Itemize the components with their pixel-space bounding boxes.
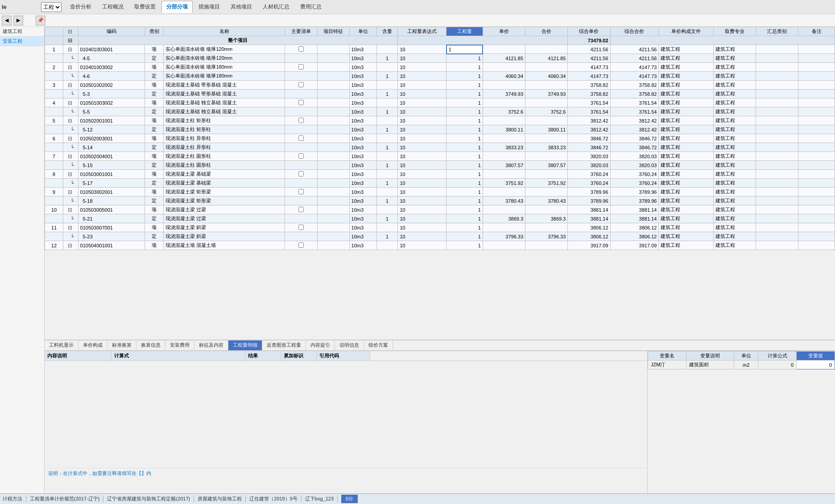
- nav-fee-summary[interactable]: 费用汇总: [295, 1, 327, 13]
- checkbox-main-list[interactable]: [298, 135, 304, 141]
- nav-section-items[interactable]: 分部分项: [161, 1, 193, 13]
- col-name: 名称: [164, 27, 285, 36]
- tab-qty-desc[interactable]: 工程量明细: [228, 340, 262, 350]
- table-row: 6 ⊟ 010502003001 项 现浇混凝土柱 异形柱 10m3 10 1: [45, 134, 835, 143]
- header-formula: 计算式: [112, 351, 245, 361]
- col-content: 含量: [376, 27, 398, 36]
- header-ref-code: 引用代码: [317, 351, 370, 361]
- var-col-name: 变量名: [648, 352, 686, 361]
- var-col-value: 变量值: [797, 352, 835, 361]
- var-col-desc: 变量说明: [686, 352, 734, 361]
- status-policy: 辽住建管（2019）9号: [249, 496, 302, 502]
- main-table-container[interactable]: ⊟ 编码 类别 名称 主要清单 项目特征 单位 含量 工程量表达式 工程量 单价…: [45, 27, 835, 340]
- main-table: ⊟ 编码 类别 名称 主要清单 项目特征 单位 含量 工程量表达式 工程量 单价…: [45, 27, 835, 250]
- sidebar-item-active[interactable]: 安装工程: [0, 37, 44, 46]
- qty-input-cell[interactable]: 1: [446, 45, 483, 54]
- col-type: 类别: [145, 27, 164, 36]
- col-feature: 项目特征: [317, 27, 349, 36]
- status-quota: 辽宁省房屋建筑与装饰工程定额(2017): [107, 496, 194, 502]
- status-project-type: 房屋建筑与装饰工程: [198, 496, 246, 502]
- table-row: └ 5-3 定 现浇混凝土基础 带形基础 混凝土 10m3 1 10 1 374…: [45, 90, 835, 98]
- tab-standard-swap[interactable]: 标准换算: [107, 340, 136, 350]
- col-composite-total: 综合合价: [610, 27, 659, 36]
- header-cumulative: 累加标识: [281, 351, 317, 361]
- bottom-left-scroll[interactable]: [45, 361, 647, 468]
- nav-measure-items[interactable]: 措施项目: [194, 1, 225, 13]
- nav-cost-analysis[interactable]: 造价分析: [65, 1, 96, 13]
- checkbox-main-list[interactable]: [298, 242, 304, 248]
- table-row: 3 ⊟ 010501002002 项 现浇混凝土基础 带形基础 混凝土 10m3…: [45, 81, 835, 90]
- checkbox-main-list[interactable]: [298, 171, 304, 176]
- col-collapse: ⊟: [63, 27, 78, 36]
- checkbox-main-list[interactable]: [298, 118, 304, 123]
- col-unit-price: 单价: [483, 27, 525, 36]
- cell-total-label: 整个项目: [78, 36, 398, 45]
- nav-project-overview[interactable]: 工程概况: [97, 1, 128, 13]
- table-row: └ 5-18 定 现浇混凝土梁 矩形梁 10m3 1 10 1 3780.43 …: [45, 197, 835, 205]
- bottom-left-header: 内容说明 计算式 结果 累加标识 引用代码: [45, 351, 647, 361]
- toolbar-btn-1[interactable]: ◀: [2, 16, 12, 25]
- tab-notes[interactable]: 说明信息: [335, 340, 364, 350]
- tab-unit-composition[interactable]: 单价构成: [79, 340, 107, 350]
- table-row: 9 ⊟ 010503002001 项 现浇混凝土梁 矩形梁 10m3 10 1: [45, 188, 835, 197]
- table-row: 1 ⊟ 010401003001 项 实心单面清水砖墙 墙厚120mm 10m3…: [45, 45, 835, 54]
- table-row: └ 5-12 定 现浇混凝土柱 矩形柱 10m3 1 10 1 3800.11 …: [45, 125, 835, 134]
- table-row: └ 5-21 定 现浇混凝土梁 过梁 10m3 1 10 1 3869.3 38…: [45, 214, 835, 223]
- checkbox-main-list[interactable]: [298, 100, 304, 105]
- toolbar-btn-2[interactable]: ▶: [13, 16, 23, 25]
- bottom-panel-right: 变量名 变量说明 单位 计算公式 变量值 JZM汀 建筑面积 m2 0: [648, 351, 835, 493]
- col-fee-type: 取费专业: [713, 27, 756, 36]
- cell-collapse[interactable]: ⊟: [63, 36, 78, 45]
- tab-content-guide[interactable]: 内容提引: [306, 340, 335, 350]
- checkbox-main-list[interactable]: [298, 225, 304, 230]
- table-row: 2 ⊟ 010401003002 项 实心单面清水砖墙 墙厚180mm 10m3…: [45, 63, 835, 72]
- toolbar-pin[interactable]: 📌: [36, 16, 45, 25]
- checkbox-main-list[interactable]: [298, 64, 304, 70]
- status-bar: 计税方法 工程量清单计价规范(2017-辽宁) 辽宁省房屋建筑与装饰工程定额(2…: [0, 493, 835, 504]
- cell-seq: [45, 36, 63, 45]
- status-tax: 计税方法: [3, 496, 26, 502]
- header-result: 结果: [245, 351, 281, 361]
- table-row: └ 4-6 定 实心单面清水砖墙 墙厚180mm 10m3 1 10 1 406…: [45, 72, 835, 81]
- project-dropdown[interactable]: 工程: [41, 2, 62, 12]
- var-table-row: JZM汀 建筑面积 m2 0 0: [648, 361, 835, 369]
- col-summary-type: 汇总类别: [756, 27, 798, 36]
- nav-labor-materials[interactable]: 人材机汇总: [258, 1, 294, 13]
- var-col-unit: 单位: [734, 352, 758, 361]
- checkbox-main-list[interactable]: [298, 46, 304, 52]
- col-composite-unit: 综合单价: [568, 27, 610, 36]
- sidebar-item-engineering[interactable]: 建筑工程: [0, 27, 44, 37]
- tab-group-plan[interactable]: 组价方案: [364, 340, 393, 350]
- checkbox-main-list[interactable]: [298, 189, 304, 194]
- col-qty-expr: 工程量表达式: [398, 27, 446, 36]
- status-score-btn[interactable]: 0分: [341, 495, 358, 503]
- tab-reverse-check[interactable]: 反查图形工程量: [262, 340, 306, 350]
- table-row-total: ⊟ 整个项目 73479.02: [45, 36, 835, 45]
- cell-total-value: 73479.02: [568, 36, 610, 45]
- table-row: └ 5-17 定 现浇混凝土梁 基础梁 10m3 1 10 1 3751.92 …: [45, 179, 835, 188]
- tab-features[interactable]: 标征及内容: [194, 340, 228, 350]
- table-row: 8 ⊟ 010503001001 项 现浇混凝土梁 基础梁 10m3 10 1: [45, 170, 835, 179]
- table-row: └ 5-23 定 现浇混凝土梁 斜梁 10m3 1 10 1 3796.33 3…: [45, 232, 835, 241]
- nav-fee-settings[interactable]: 取费设置: [129, 1, 161, 13]
- checkbox-main-list[interactable]: [298, 82, 304, 87]
- var-formula-cell: 0: [758, 361, 797, 369]
- table-row: 7 ⊟ 010502004001 项 现浇混凝土柱 圆形柱 10m3 10 1: [45, 152, 835, 161]
- table-row: 5 ⊟ 010502001001 项 现浇混凝土柱 矩形柱 10m3 10 1: [45, 116, 835, 125]
- var-value-cell[interactable]: 0: [797, 361, 835, 369]
- top-bar: Ie 工程 造价分析 工程概况 取费设置 分部分项 措施项目 其他项目 人材机汇…: [0, 0, 835, 14]
- table-row: 11 ⊟ 010503007001 项 现浇混凝土梁 斜梁 10m3 10 1: [45, 223, 835, 232]
- checkbox-main-list[interactable]: [298, 153, 304, 159]
- nav-other-items[interactable]: 其他项目: [226, 1, 257, 13]
- tab-install-fee[interactable]: 安装费用: [165, 340, 194, 350]
- bottom-panel: 内容说明 计算式 结果 累加标识 引用代码 说明：在计算式中，如需要注释请填写在…: [45, 351, 835, 493]
- header-content-desc: 内容说明: [45, 351, 112, 361]
- status-qty-std: 工程量清单计价规范(2017-辽宁): [30, 496, 103, 502]
- tab-calc-info[interactable]: 换算信息: [136, 340, 165, 350]
- table-row: 12 ⊟ 010504001001 项 现浇混凝土墙 混凝土墙 10m3 10 …: [45, 241, 835, 250]
- checkbox-main-list[interactable]: [298, 207, 304, 212]
- col-unit: 单位: [349, 27, 376, 36]
- tab-labor-display[interactable]: 工料机显示: [45, 340, 79, 350]
- table-row: └ 5-14 定 现浇混凝土柱 异形柱 10m3 1 10 1 3833.23 …: [45, 143, 835, 152]
- col-seq: [45, 27, 63, 36]
